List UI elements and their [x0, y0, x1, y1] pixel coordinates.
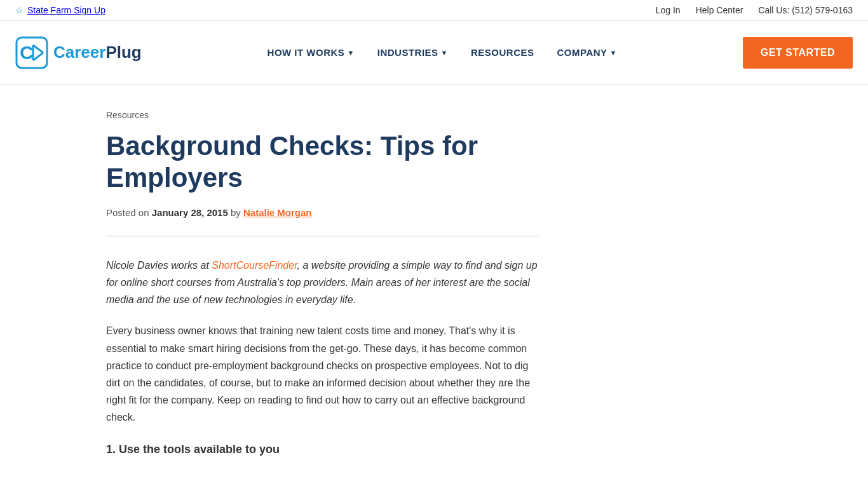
chevron-down-icon: ▼: [610, 49, 617, 57]
help-center-link[interactable]: Help Center: [696, 5, 743, 15]
phone-number: Call Us: (512) 579-0163: [758, 5, 853, 15]
navbar: C CareerPlug HOW IT WORKS ▼ INDUSTRIES ▼…: [0, 21, 868, 85]
how-it-works-label: HOW IT WORKS: [268, 47, 345, 58]
state-farm-signup-link[interactable]: State Farm Sign Up: [27, 5, 105, 15]
industries-link[interactable]: INDUSTRIES ▼: [377, 47, 448, 58]
top-bar-right: Log In Help Center Call Us: (512) 579-01…: [656, 5, 853, 15]
breadcrumb: Resources: [106, 110, 762, 120]
chevron-down-icon: ▼: [441, 49, 448, 57]
svg-line-3: [33, 45, 43, 53]
nav-industries[interactable]: INDUSTRIES ▼: [377, 47, 448, 58]
logo-icon: C: [15, 36, 48, 69]
top-bar: ☆ State Farm Sign Up Log In Help Center …: [0, 0, 868, 21]
nav-links: HOW IT WORKS ▼ INDUSTRIES ▼ RESOURCES CO…: [268, 47, 617, 58]
paragraph-1: Every business owner knows that training…: [106, 322, 538, 426]
posted-on-label: Posted on: [106, 207, 152, 218]
chevron-down-icon: ▼: [347, 49, 354, 57]
company-link[interactable]: COMPANY ▼: [557, 47, 617, 58]
star-icon: ☆: [15, 5, 24, 15]
intro-paragraph: Nicole Davies works at ShortCourseFinder…: [106, 257, 538, 309]
section-1-title: 1. Use the tools available to you: [106, 440, 538, 459]
divider: [106, 236, 538, 236]
svg-line-4: [33, 53, 43, 60]
nav-resources[interactable]: RESOURCES: [471, 47, 534, 58]
resources-label: RESOURCES: [471, 47, 534, 58]
post-meta: Posted on January 28, 2015 by Natalie Mo…: [106, 207, 762, 218]
logo-text: CareerPlug: [53, 43, 142, 62]
logo[interactable]: C CareerPlug: [15, 36, 142, 69]
how-it-works-link[interactable]: HOW IT WORKS ▼: [268, 47, 355, 58]
company-label: COMPANY: [557, 47, 607, 58]
nav-how-it-works[interactable]: HOW IT WORKS ▼: [268, 47, 355, 58]
logo-plug: Plug: [105, 43, 141, 62]
logo-career: Career: [53, 43, 105, 62]
resources-link[interactable]: RESOURCES: [471, 47, 534, 58]
article-body: Nicole Davies works at ShortCourseFinder…: [106, 257, 538, 459]
state-farm-signup[interactable]: ☆ State Farm Sign Up: [15, 5, 105, 15]
login-link[interactable]: Log In: [656, 5, 681, 15]
author-link[interactable]: Natalie Morgan: [243, 207, 312, 218]
by-label: by: [228, 207, 243, 218]
article-title: Background Checks: Tips for Employers: [106, 130, 538, 194]
get-started-button[interactable]: GET STARTED: [743, 37, 853, 69]
nav-company[interactable]: COMPANY ▼: [557, 47, 617, 58]
shortcoursefinder-link[interactable]: ShortCourseFinder: [212, 260, 297, 271]
svg-text:C: C: [20, 42, 34, 63]
post-date: January 28, 2015: [152, 207, 228, 218]
industries-label: INDUSTRIES: [377, 47, 438, 58]
content-wrapper: Resources Background Checks: Tips for Em…: [91, 85, 777, 488]
